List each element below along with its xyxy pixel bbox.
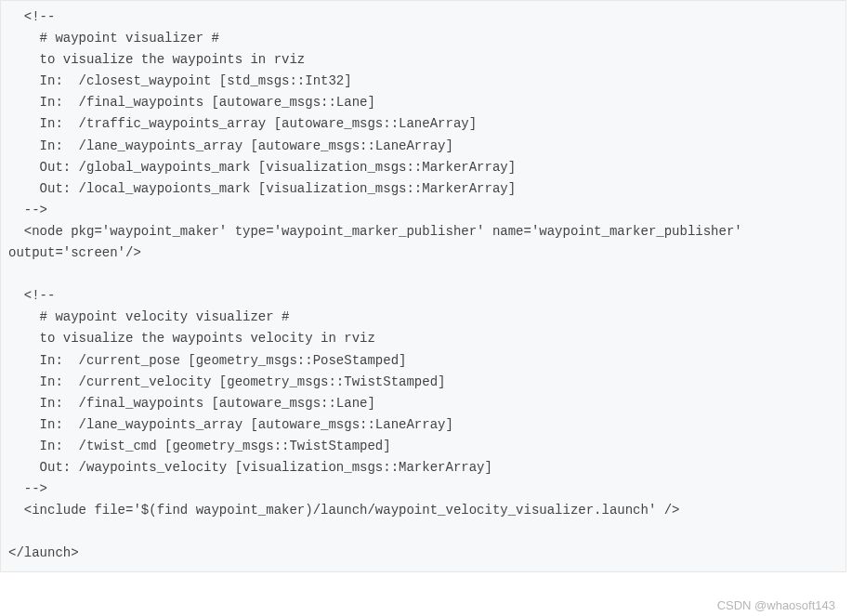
- code-line: -->: [8, 203, 47, 217]
- code-line: In: /final_waypoints [autoware_msgs::Lan…: [8, 95, 375, 110]
- code-line: </launch>: [8, 545, 79, 560]
- watermark-text: CSDN @whaosoft143: [717, 598, 835, 612]
- code-line: <include file='$(find waypoint_maker)/la…: [8, 503, 680, 518]
- code-line: In: /closest_waypoint [std_msgs::Int32]: [8, 73, 352, 88]
- code-line: In: /lane_waypoints_array [autoware_msgs…: [8, 138, 453, 153]
- code-line: <node pkg='waypoint_maker' type='waypoin…: [8, 224, 742, 239]
- code-line: # waypoint velocity visualizer #: [8, 309, 289, 324]
- code-line: In: /final_waypoints [autoware_msgs::Lan…: [8, 396, 375, 411]
- code-line: output='screen'/>: [8, 245, 141, 260]
- code-line: # waypoint visualizer #: [8, 31, 219, 46]
- code-line: <!--: [8, 9, 55, 24]
- code-block: <!-- # waypoint visualizer # to visualiz…: [0, 0, 846, 572]
- code-line: In: /twist_cmd [geometry_msgs::TwistStam…: [8, 439, 391, 453]
- code-line: In: /lane_waypoints_array [autoware_msgs…: [8, 417, 453, 432]
- code-line: Out: /waypoints_velocity [visualization_…: [8, 460, 492, 475]
- code-line: In: /traffic_waypoints_array [autoware_m…: [8, 116, 477, 131]
- code-line: to visualize the waypoints velocity in r…: [8, 331, 375, 346]
- code-line: In: /current_velocity [geometry_msgs::Tw…: [8, 374, 445, 389]
- code-line: to visualize the waypoints in rviz: [8, 52, 305, 67]
- code-line: <!--: [8, 288, 55, 303]
- code-line: Out: /local_waypoionts_mark [visualizati…: [8, 181, 516, 196]
- code-line: Out: /global_waypoints_mark [visualizati…: [8, 160, 516, 175]
- code-line: -->: [8, 481, 47, 496]
- code-line: In: /current_pose [geometry_msgs::PoseSt…: [8, 353, 406, 368]
